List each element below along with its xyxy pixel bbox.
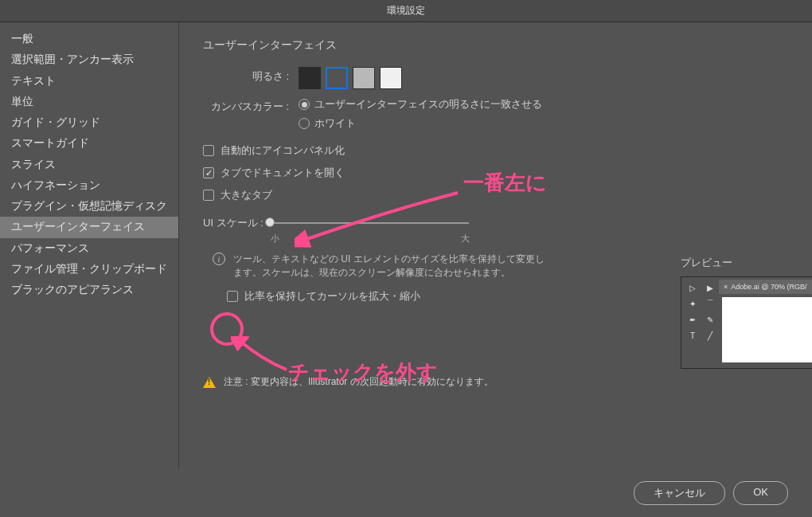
checkbox-icon xyxy=(227,291,238,302)
radio-label: ユーザーインターフェイスの明るさに一致させる xyxy=(314,97,542,112)
brightness-swatch-medium-light[interactable] xyxy=(353,67,375,89)
checkbox-icon xyxy=(203,190,214,201)
selection-tool-icon: ▷ xyxy=(684,280,701,296)
canvas-color-match-ui[interactable]: ユーザーインターフェイスの明るさに一致させる xyxy=(299,97,788,112)
ui-scale-slider[interactable] xyxy=(270,215,469,231)
preview-label: プレビュー xyxy=(681,256,812,270)
sidebar-item-black-appearance[interactable]: ブラックのアピアランス xyxy=(0,280,178,300)
radio-icon xyxy=(299,118,310,129)
sidebar-item-hyphenation[interactable]: ハイフネーション xyxy=(0,175,178,196)
brightness-swatch-light[interactable] xyxy=(380,67,402,89)
checkbox-auto-icon[interactable]: 自動的にアイコンパネル化 xyxy=(203,143,788,158)
wand-tool-icon: ✦ xyxy=(684,296,701,311)
checkbox-label: 比率を保持してカーソルを拡大・縮小 xyxy=(244,289,420,304)
window-titlebar: 環境設定 xyxy=(0,0,812,22)
sidebar-item-ui[interactable]: ユーザーインターフェイス xyxy=(0,217,178,237)
ui-scale-label: UI スケール : xyxy=(203,216,264,230)
close-icon: × xyxy=(724,283,728,291)
slider-handle[interactable] xyxy=(265,217,275,227)
brightness-swatch-dark[interactable] xyxy=(299,67,321,89)
sidebar-item-slices[interactable]: スライス xyxy=(0,155,178,175)
canvas-color-white[interactable]: ホワイト xyxy=(299,116,788,131)
ui-scale-info: ツール、テキストなどの UI エレメントのサイズを比率を保持して変更します。スケ… xyxy=(233,253,547,280)
slider-min-label: 小 xyxy=(271,233,279,245)
sidebar-item-selection[interactable]: 選択範囲・アンカー表示 xyxy=(0,49,178,70)
checkbox-tab-open[interactable]: タブでドキュメントを開く xyxy=(203,166,788,180)
brightness-swatch-medium-dark[interactable] xyxy=(326,67,348,89)
checkbox-label: 自動的にアイコンパネル化 xyxy=(221,143,345,158)
preview-section: プレビュー ▷ ✦ ✒ T ▶ ⌒ ✎ ╱ xyxy=(681,256,812,369)
cancel-button[interactable]: キャンセル xyxy=(634,481,725,505)
checkbox-label: タブでドキュメントを開く xyxy=(221,166,345,180)
brightness-label: 明るさ : xyxy=(203,67,299,84)
sidebar-item-performance[interactable]: パフォーマンス xyxy=(0,238,178,259)
warning-text: 注意 : 変更内容は、Illustrator の次回起動時に有効になります。 xyxy=(224,375,494,389)
checkbox-large-tabs[interactable]: 大きなタブ xyxy=(203,188,788,202)
info-icon: i xyxy=(213,253,225,265)
checkbox-label: 大きなタブ xyxy=(221,188,272,202)
radio-label: ホワイト xyxy=(314,116,356,131)
line-tool-icon: ╱ xyxy=(701,327,719,343)
sidebar-item-guides[interactable]: ガイド・グリッド xyxy=(0,112,178,133)
sidebar-item-smart-guides[interactable]: スマートガイド xyxy=(0,133,178,154)
slider-max-label: 大 xyxy=(461,233,470,245)
preview-tab-label: Adobe.ai @ 70% (RGB/ xyxy=(731,283,806,291)
checkbox-icon xyxy=(203,145,214,156)
window-title: 環境設定 xyxy=(387,4,425,18)
type-tool-icon: T xyxy=(684,327,701,343)
ok-button[interactable]: OK xyxy=(733,481,788,505)
radio-icon xyxy=(299,99,310,110)
warning-icon xyxy=(203,377,216,388)
curvature-tool-icon: ✎ xyxy=(701,311,719,327)
preferences-sidebar: 一般 選択範囲・アンカー表示 テキスト 単位 ガイド・グリッド スマートガイド … xyxy=(0,22,179,468)
canvas-color-label: カンバスカラー : xyxy=(203,97,299,114)
content-panel: ユーザーインターフェイス 明るさ : カンバスカラー : ユーザーインターフェイ… xyxy=(179,22,812,468)
sidebar-item-plugins[interactable]: プラグイン・仮想記憶ディスク xyxy=(0,196,178,217)
preview-mockup: ▷ ✦ ✒ T ▶ ⌒ ✎ ╱ × Adobe.ai @ 7 xyxy=(681,276,812,369)
sidebar-item-file-clipboard[interactable]: ファイル管理・クリップボード xyxy=(0,259,178,280)
sidebar-item-general[interactable]: 一般 xyxy=(0,29,178,49)
pen-tool-icon: ✒ xyxy=(684,311,701,327)
checkbox-icon xyxy=(203,167,214,178)
panel-title: ユーザーインターフェイス xyxy=(203,38,788,53)
lasso-tool-icon: ⌒ xyxy=(701,296,719,311)
direct-selection-tool-icon: ▶ xyxy=(701,280,719,296)
sidebar-item-text[interactable]: テキスト xyxy=(0,71,178,92)
sidebar-item-units[interactable]: 単位 xyxy=(0,92,178,112)
